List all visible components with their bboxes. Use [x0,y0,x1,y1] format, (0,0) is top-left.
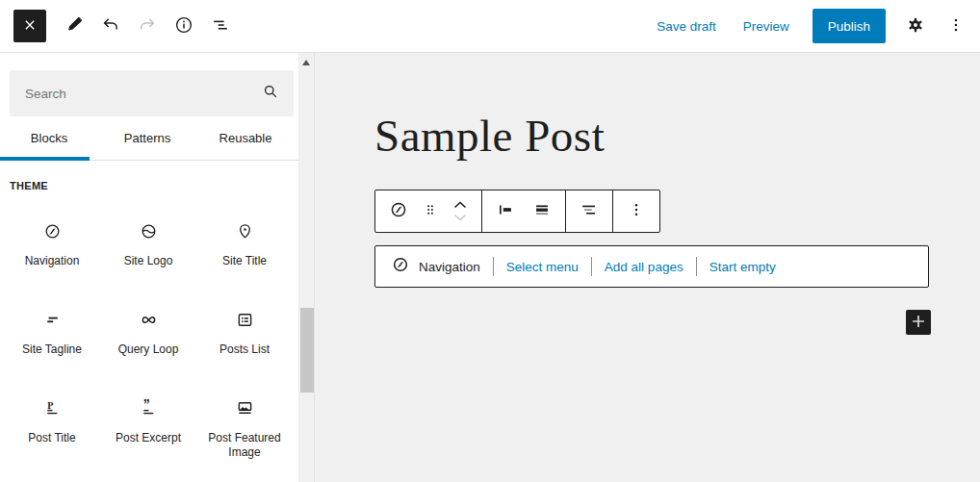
block-item-label: Navigation [25,254,80,268]
separator [591,257,592,276]
preview-button[interactable]: Preview [732,19,801,34]
justify-lines-icon [579,199,600,223]
chevron-down-icon [452,211,468,225]
add-block-button[interactable] [906,310,931,335]
block-item-post-title[interactable]: P Post Title [4,388,100,467]
tab-reusable[interactable]: Reusable [196,116,295,160]
plus-icon [908,311,929,335]
site-title-icon [235,220,255,241]
gear-icon [905,14,926,38]
details-button[interactable] [166,9,202,43]
navigation-block[interactable]: Navigation Select menu Add all pages Sta… [374,245,929,288]
block-item-query-loop[interactable]: Query Loop [100,299,196,378]
block-item-label: Site Logo [124,254,173,268]
kebab-icon [626,199,647,223]
block-item-label: Site Title [222,254,267,268]
close-editor-button[interactable] [13,10,46,42]
scrollbar-thumb[interactable] [300,308,314,393]
align-left-icon [495,199,516,223]
select-menu-button[interactable]: Select menu [506,260,579,274]
kebab-icon [945,14,967,38]
width-button[interactable] [524,194,560,229]
block-item-post-excerpt[interactable]: ” Post Excerpt [100,388,196,467]
editor-header: Save draft Preview Publish [0,0,980,53]
drag-handle-icon [421,200,440,222]
start-empty-button[interactable]: Start empty [709,260,776,274]
search-box [10,70,294,116]
block-item-posts-list[interactable]: Posts List [196,299,293,378]
block-item-site-logo[interactable]: Site Logo [100,211,196,290]
site-logo-icon [139,220,159,241]
block-item-label: Post Featured Image [196,431,293,460]
block-item-post-featured-image[interactable]: Post Featured Image [196,388,293,467]
post-content-column: Sample Post [374,109,931,335]
editor-canvas: Sample Post [314,53,980,482]
post-excerpt-icon: ” [139,397,159,419]
pencil-icon [64,14,85,38]
tab-blocks[interactable]: Blocks [0,116,98,160]
block-item-site-title[interactable]: Site Title [196,211,293,290]
scrollbar-up-arrow-icon[interactable] [302,60,310,65]
block-mover [444,199,477,224]
undo-icon [100,14,121,38]
drag-handle[interactable] [417,194,444,229]
navigation-icon [42,220,63,241]
redo-icon [137,14,158,38]
info-icon [173,14,194,38]
inserter-tabs: Blocks Patterns Reusable [0,116,298,161]
site-tagline-icon [42,309,63,330]
block-item-label: Post Title [28,431,75,445]
block-inserter-panel: Blocks Patterns Reusable THEME Navigatio… [0,53,298,482]
separator [493,257,494,276]
block-item-site-tagline[interactable]: Site Tagline [4,299,100,378]
close-icon [20,15,39,38]
tab-patterns[interactable]: Patterns [98,116,196,160]
save-draft-button[interactable]: Save draft [645,19,728,34]
edit-mode-button[interactable] [56,9,92,43]
list-view-icon [210,14,231,38]
post-title-icon: P [42,397,63,419]
editor-body: Blocks Patterns Reusable THEME Navigatio… [0,53,980,482]
options-menu-button[interactable] [938,9,974,43]
block-item-label: Query Loop [118,342,179,357]
header-actions: Save draft Preview Publish [645,9,974,43]
redo-button[interactable] [129,9,166,43]
post-title[interactable]: Sample Post [374,109,931,163]
navigation-block-icon [391,255,410,278]
post-featured-image-icon [235,397,255,419]
stacked-width-bars-icon [531,199,553,223]
sidebar-scrollbar[interactable] [298,53,314,482]
move-down-button[interactable] [452,212,468,224]
publish-button[interactable]: Publish [812,9,886,43]
list-view-button[interactable] [202,9,239,43]
block-toolbar [374,190,660,233]
navigation-block-icon [388,199,409,223]
query-loop-icon [139,309,159,330]
undo-button[interactable] [92,9,129,43]
navigation-block-label: Navigation [419,260,480,274]
block-item-label: Posts List [219,342,270,357]
block-item-label: Post Excerpt [116,431,181,445]
search-icon [261,82,280,105]
toolbar-group-block [375,190,481,232]
header-tools [0,9,239,43]
posts-list-icon [235,309,255,330]
svg-text:P: P [47,399,53,410]
separator [696,257,697,276]
justify-items-button[interactable] [571,194,607,229]
section-title-theme: THEME [10,180,298,191]
wordpress-block-editor: Save draft Preview Publish [0,0,980,482]
block-item-label: Site Tagline [22,342,82,357]
settings-button[interactable] [897,9,934,43]
toolbar-group-justify [565,190,612,232]
block-item-navigation[interactable]: Navigation [4,211,100,290]
block-options-button[interactable] [618,194,655,229]
toolbar-group-options [612,190,659,232]
add-all-pages-button[interactable]: Add all pages [605,260,683,274]
align-button[interactable] [487,194,524,229]
block-grid: Navigation Site Logo Site Title [0,191,298,467]
search-input[interactable] [23,86,261,102]
block-type-button[interactable] [380,194,417,229]
toolbar-group-alignment [481,190,565,232]
